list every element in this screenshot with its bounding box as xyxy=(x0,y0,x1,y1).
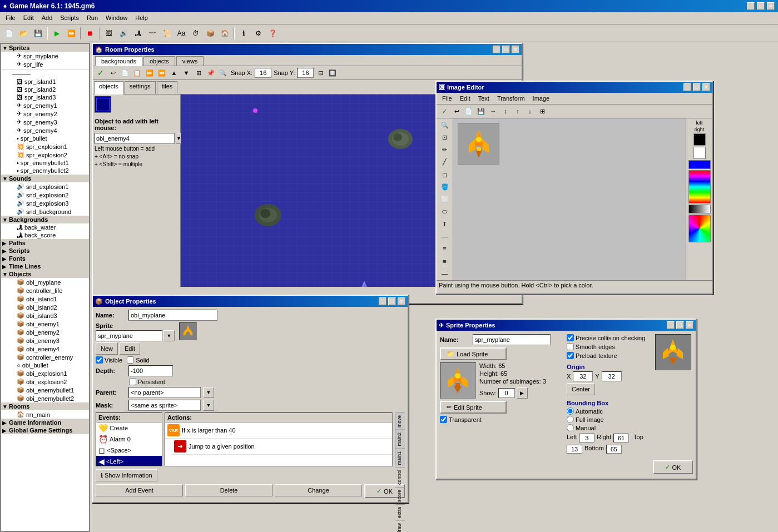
maximize-btn[interactable]: □ xyxy=(757,2,765,10)
room-sub-tab-objects[interactable]: objects xyxy=(94,81,123,95)
sprite-close-btn[interactable]: × xyxy=(686,321,693,329)
add-sprite-btn[interactable]: 🖼 xyxy=(102,27,116,40)
section-timelines-header[interactable]: ▶ Time Lines xyxy=(1,262,89,270)
bbox-fullimage-label[interactable]: Full image xyxy=(567,416,649,423)
tree-item-spr-explosion2[interactable]: 💥spr_explosion2 xyxy=(1,151,89,159)
origin-center-btn[interactable]: Center xyxy=(567,383,595,395)
room-sub-tab-settings[interactable]: settings xyxy=(125,81,156,94)
sprite-show-input[interactable] xyxy=(498,388,515,398)
action-item-2[interactable]: ➜ Jump to a given position xyxy=(172,439,392,455)
edit-sprite-btn[interactable]: ✏ Edit Sprite xyxy=(440,401,507,414)
sprite-transparent-check[interactable] xyxy=(440,416,447,423)
tree-item-obi-island3[interactable]: 📦obi_island3 xyxy=(1,311,89,320)
show-info-btn[interactable]: ℹ Show Information xyxy=(96,469,157,481)
room-maximize-btn[interactable]: □ xyxy=(502,46,510,53)
game-settings-btn[interactable]: ⚙ xyxy=(251,27,265,40)
side-tab-main1[interactable]: main1 xyxy=(395,449,405,468)
menu-add[interactable]: Add xyxy=(38,13,56,23)
tree-item-spr-explosion1[interactable]: 💥spr_explosion1 xyxy=(1,142,89,151)
color-gradient-gray[interactable] xyxy=(688,205,711,213)
bbox-left-input[interactable] xyxy=(579,434,594,442)
img-menu-edit[interactable]: Edit xyxy=(457,94,474,103)
side-tab-score[interactable]: score xyxy=(395,487,405,504)
color-picker[interactable] xyxy=(688,215,711,242)
tree-item-back-score[interactable]: 🏞back_score xyxy=(1,231,89,239)
room-up-btn[interactable]: ▲ xyxy=(169,67,180,78)
img-eraser-btn[interactable]: ◻ xyxy=(438,169,452,180)
tree-item-controller-enemy[interactable]: 📦controller_enemy xyxy=(1,353,89,361)
tree-item-spr-myplane[interactable]: ✈spr_myplane xyxy=(1,52,89,60)
add-script-btn[interactable]: 📜 xyxy=(160,27,174,40)
tree-item-spr-bullet[interactable]: •spr_bullet xyxy=(1,135,89,142)
room-down-btn[interactable]: ▼ xyxy=(181,67,192,78)
room-tab-backgrounds[interactable]: backgrounds xyxy=(95,56,142,66)
tree-item-obi-enemy4[interactable]: 📦obi_enemy4 xyxy=(1,345,89,353)
section-gameinfo-header[interactable]: ▶ Game Information xyxy=(1,419,89,426)
add-event-btn[interactable]: Add Event xyxy=(96,484,183,496)
precise-collision-check[interactable] xyxy=(567,334,574,341)
obj-solid-label[interactable]: Solid xyxy=(127,356,149,364)
tree-item-back-water[interactable]: 🏞back_water xyxy=(1,223,89,231)
preload-texture-label[interactable]: Preload texture xyxy=(567,352,649,359)
tree-item-spr-enemy1[interactable]: ✈spr_enemy1 xyxy=(1,101,89,110)
obj-edit-btn[interactable]: Edit xyxy=(120,342,140,355)
obj-mask-input[interactable] xyxy=(128,400,201,411)
img-line2-btn[interactable]: — xyxy=(438,231,452,242)
tree-item-spr-enemy3[interactable]: ✈spr_enemy3 xyxy=(1,118,89,126)
room-minimize-btn[interactable]: _ xyxy=(493,46,501,53)
event-create[interactable]: 💛Create xyxy=(96,422,162,434)
img-rotate-l-btn[interactable]: ↑ xyxy=(512,106,523,117)
obj-persistent-label[interactable]: Persistent xyxy=(129,378,405,385)
menu-file[interactable]: File xyxy=(2,13,19,23)
add-sound-btn[interactable]: 🔊 xyxy=(117,27,130,40)
tree-item-obi-explosion2[interactable]: 📦obi_explosion2 xyxy=(1,377,89,386)
event-left[interactable]: ◀<Left> xyxy=(96,456,162,466)
bbox-automatic-label[interactable]: Automatic xyxy=(567,407,649,415)
tree-item-snd2[interactable]: 🔊snd_explosion2 xyxy=(1,191,89,199)
bbox-bottom-input[interactable] xyxy=(606,445,622,454)
tree-item-obi-explosion1[interactable]: 📦obi_explosion1 xyxy=(1,369,89,377)
menu-help[interactable]: Help xyxy=(132,13,151,23)
event-alarm0[interactable]: ⏰Alarm 0 xyxy=(96,434,162,445)
section-fonts-header[interactable]: ▶ Fonts xyxy=(1,255,89,262)
close-btn[interactable]: × xyxy=(767,2,775,10)
sprite-next-btn[interactable]: ▶ xyxy=(517,387,528,399)
img-minimize-btn[interactable]: _ xyxy=(683,83,691,91)
img-menu-transform[interactable]: Transform xyxy=(494,94,528,103)
bbox-automatic-radio[interactable] xyxy=(567,407,574,415)
load-sprite-btn[interactable]: 📁 Load Sprite xyxy=(440,347,507,360)
room-copy-btn[interactable]: 📋 xyxy=(132,67,143,78)
img-paste-btn[interactable]: 💾 xyxy=(475,106,487,117)
obj-solid-check[interactable] xyxy=(127,356,134,364)
img-line-btn[interactable]: ╱ xyxy=(438,157,452,168)
smooth-edges-label[interactable]: Smooth edges xyxy=(567,343,649,350)
tree-item-spr-enemy2[interactable]: ✈spr_enemy2 xyxy=(1,110,89,118)
tree-item-snd4[interactable]: 🔊snd_background xyxy=(1,207,89,216)
img-select-btn[interactable]: ⊡ xyxy=(438,132,452,143)
img-zoom-btn[interactable]: 🔍 xyxy=(438,120,452,131)
menu-run[interactable]: Run xyxy=(83,13,101,23)
section-rooms-header[interactable]: ▼ Rooms xyxy=(1,402,89,410)
tree-item-spr-enemy4[interactable]: ✈spr_enemy4 xyxy=(1,126,89,135)
tree-item-obi-enemy3[interactable]: 📦obi_enemy3 xyxy=(1,336,89,345)
tree-item-snd1[interactable]: 🔊snd_explosion1 xyxy=(1,182,89,191)
snap-x-input[interactable] xyxy=(255,68,271,78)
section-globalsettings-header[interactable]: ▶ Global Game Settings xyxy=(1,426,89,434)
room-sub-tab-tiles[interactable]: tiles xyxy=(157,81,178,94)
room-pin-btn[interactable]: 📌 xyxy=(205,67,216,78)
section-sounds-header[interactable]: ▼ Sounds xyxy=(1,175,89,182)
side-tab-draw[interactable]: draw xyxy=(395,520,405,532)
room-grid-btn[interactable]: ⊞ xyxy=(193,67,204,78)
img-fill-btn[interactable]: 🪣 xyxy=(438,181,452,192)
obj-mask-select-btn[interactable]: ▼ xyxy=(203,400,214,411)
open-btn[interactable]: 📂 xyxy=(17,27,30,40)
preload-texture-check[interactable] xyxy=(567,352,574,359)
img-multiline2-btn[interactable]: ≡ xyxy=(438,256,452,267)
side-tab-extra[interactable]: extra xyxy=(395,504,405,520)
obj-parent-input[interactable] xyxy=(128,387,201,398)
obj-new-btn[interactable]: New xyxy=(96,342,118,355)
obj-sprite-input[interactable] xyxy=(96,330,162,341)
smooth-edges-check[interactable] xyxy=(567,343,574,350)
img-ellipse-btn[interactable]: ⬭ xyxy=(438,206,452,217)
img-undo-btn[interactable]: ↩ xyxy=(451,106,462,117)
